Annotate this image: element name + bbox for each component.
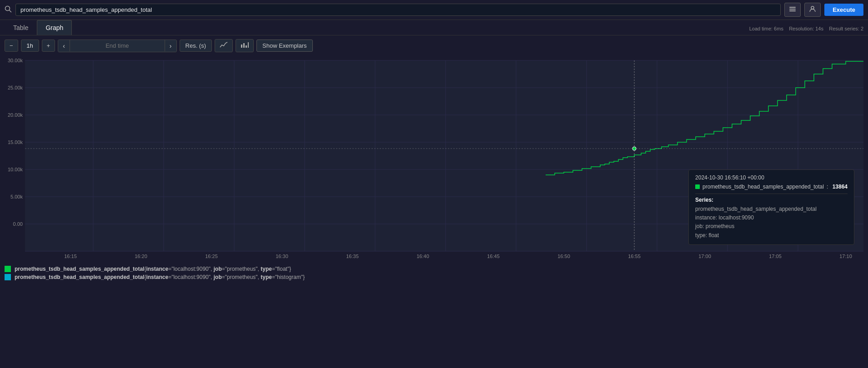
svg-text:16:30: 16:30 bbox=[276, 254, 288, 259]
edit-mode-button[interactable] bbox=[784, 3, 801, 17]
svg-text:16:55: 16:55 bbox=[628, 254, 641, 259]
resolution: Resolution: 14s bbox=[789, 26, 823, 31]
svg-text:16:35: 16:35 bbox=[346, 254, 359, 259]
end-time-prev-button[interactable]: ‹ bbox=[58, 40, 70, 52]
search-icon bbox=[5, 5, 12, 14]
search-input[interactable]: prometheus_tsdb_head_samples_appended_to… bbox=[15, 4, 781, 16]
tab-graph[interactable]: Graph bbox=[37, 20, 72, 35]
meta-info: Load time: 6ms Resolution: 14s Result se… bbox=[749, 26, 863, 35]
end-time-group: ‹ › bbox=[58, 40, 176, 52]
chart-container: 30.00k 25.00k 20.00k 15.00k 10.00k 5.00k… bbox=[0, 56, 868, 260]
chart-line-button[interactable] bbox=[215, 39, 233, 52]
svg-text:16:20: 16:20 bbox=[135, 254, 147, 259]
svg-rect-4 bbox=[789, 10, 796, 11]
svg-line-1 bbox=[10, 10, 11, 12]
svg-point-5 bbox=[811, 6, 814, 9]
svg-text:16:15: 16:15 bbox=[64, 254, 77, 259]
resolution-button[interactable]: Res. (s) bbox=[180, 40, 212, 52]
svg-rect-3 bbox=[789, 9, 796, 10]
svg-text:5.00k: 5.00k bbox=[10, 194, 23, 199]
svg-text:30.00k: 30.00k bbox=[8, 58, 23, 63]
svg-text:20.00k: 20.00k bbox=[8, 112, 23, 118]
svg-rect-2 bbox=[789, 7, 796, 8]
duration-minus-button[interactable]: − bbox=[5, 40, 18, 52]
load-time: Load time: 6ms bbox=[749, 26, 783, 31]
legend: prometheus_tsdb_head_samples_appended_to… bbox=[0, 260, 868, 288]
svg-rect-6 bbox=[241, 45, 242, 48]
execute-button[interactable]: Execute bbox=[824, 4, 863, 16]
legend-color-float bbox=[5, 266, 11, 272]
svg-text:25.00k: 25.00k bbox=[8, 85, 23, 90]
list-item: prometheus_tsdb_head_samples_appended_to… bbox=[5, 266, 863, 272]
top-bar: prometheus_tsdb_head_samples_appended_to… bbox=[0, 0, 868, 20]
chart-bar-button[interactable] bbox=[236, 39, 254, 52]
show-exemplars-button[interactable]: Show Exemplars bbox=[256, 40, 313, 52]
svg-text:15.00k: 15.00k bbox=[8, 139, 23, 145]
svg-text:16:45: 16:45 bbox=[487, 254, 500, 259]
svg-text:16:25: 16:25 bbox=[205, 254, 218, 259]
list-item: prometheus_tsdb_head_samples_appended_to… bbox=[5, 274, 863, 280]
end-time-input[interactable] bbox=[70, 40, 165, 51]
svg-text:17:05: 17:05 bbox=[769, 254, 782, 259]
svg-text:16:50: 16:50 bbox=[557, 254, 570, 259]
tab-table[interactable]: Table bbox=[5, 20, 37, 35]
svg-rect-7 bbox=[243, 43, 245, 48]
svg-point-52 bbox=[632, 147, 636, 150]
svg-rect-8 bbox=[246, 45, 247, 48]
svg-text:0.00: 0.00 bbox=[13, 221, 23, 227]
svg-text:17:10: 17:10 bbox=[839, 254, 852, 259]
duration-display: 1h bbox=[21, 40, 39, 52]
result-series: Result series: 2 bbox=[829, 26, 863, 31]
svg-rect-11 bbox=[25, 60, 863, 251]
svg-text:10.00k: 10.00k bbox=[8, 167, 23, 172]
controls-bar: − 1h + ‹ › Res. (s) Show Exemplars bbox=[0, 35, 868, 56]
svg-text:16:40: 16:40 bbox=[416, 254, 429, 259]
svg-text:17:00: 17:00 bbox=[698, 254, 711, 259]
legend-text-float: prometheus_tsdb_head_samples_appended_to… bbox=[15, 266, 291, 272]
duration-plus-button[interactable]: + bbox=[42, 40, 55, 52]
tab-bar: Table Graph Load time: 6ms Resolution: 1… bbox=[0, 20, 868, 35]
user-button[interactable] bbox=[804, 3, 821, 17]
svg-rect-9 bbox=[248, 42, 249, 48]
end-time-next-button[interactable]: › bbox=[165, 40, 176, 52]
legend-color-histogram bbox=[5, 274, 11, 280]
legend-text-histogram: prometheus_tsdb_head_samples_appended_to… bbox=[15, 274, 305, 280]
chart-svg: 30.00k 25.00k 20.00k 15.00k 10.00k 5.00k… bbox=[0, 56, 868, 260]
